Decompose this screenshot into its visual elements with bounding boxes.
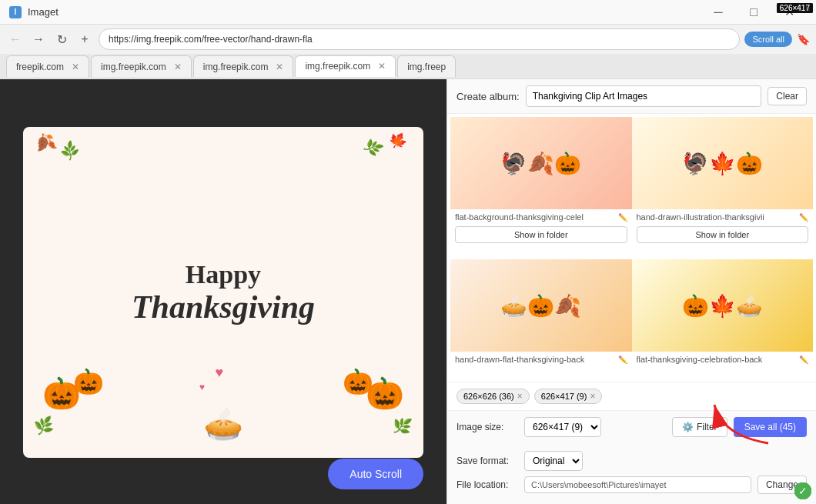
file-location-input[interactable] — [524, 476, 751, 493]
size-tag-2: 626×417 (9) × — [534, 389, 603, 404]
scroll-all-button[interactable]: Scroll all — [744, 32, 792, 47]
filter-button[interactable]: ⚙️ Filter — [672, 417, 727, 437]
image-grid: 🦃🍂🎃 626×417 ✓ flat-background-thanksgivi… — [447, 114, 816, 382]
edit-icon-4[interactable]: ✏️ — [799, 355, 808, 364]
title-bar: I Imaget ─ □ ✕ — [0, 0, 816, 25]
image-name-2: hand-drawn-illustration-thanksgivii — [637, 212, 797, 222]
nav-bar: ← → ↻ + Scroll all 🔖 — [0, 25, 816, 54]
image-thumbnail-4: 🎃🍁🥧 — [632, 259, 814, 352]
tab-freepik-4[interactable]: img.freepik.com ✕ — [295, 55, 396, 77]
image-size-row: Image size: 626×417 (9) ⚙️ Filter Save a… — [456, 417, 807, 437]
image-cell-1[interactable]: 🦃🍂🎃 626×417 ✓ flat-background-thanksgivi… — [450, 117, 632, 259]
size-tags: 626×626 (36) × 626×417 (9) × — [447, 382, 816, 410]
tab-close-icon[interactable]: ✕ — [276, 62, 283, 72]
window-title: Imaget — [28, 6, 59, 18]
image-size-label: Image size: — [456, 422, 518, 432]
tab-label: img.freepik.com — [101, 62, 166, 72]
filter-icon: ⚙️ — [682, 422, 694, 432]
tab-freepik-2[interactable]: img.freepik.com ✕ — [91, 55, 192, 77]
right-panel: Create album: Clear 🦃🍂🎃 626×417 ✓ flat-b… — [446, 79, 816, 504]
image-cell-2[interactable]: 🦃🍁🎃 626×626 ✓ hand-drawn-illustration-th… — [632, 117, 814, 259]
image-name-4: flat-thanksgiving-celebration-back — [637, 355, 797, 364]
image-size-select[interactable]: 626×417 (9) — [524, 417, 601, 437]
image-name-row-2: hand-drawn-illustration-thanksgivii ✏️ — [632, 209, 814, 225]
image-name-row-1: flat-background-thanksgiving-celel ✏️ — [450, 209, 632, 225]
minimize-button[interactable]: ─ — [701, 0, 736, 25]
image-thumbnail-1: 🦃🍂🎃 — [450, 117, 632, 209]
save-format-label: Save format: — [456, 456, 518, 466]
filter-label: Filter — [697, 422, 717, 432]
tab-freepik-5[interactable]: img.freep — [397, 55, 456, 77]
save-format-row: Save format: Original — [456, 451, 807, 471]
thanksgiving-preview: 🍂 🍁 🌿 🌿 Happy Thanksgiving 🎃 🎃 🎃 — [23, 127, 423, 458]
tab-close-icon[interactable]: ✕ — [72, 62, 79, 72]
refresh-button[interactable]: ↻ — [52, 30, 71, 48]
browser-content: 🍂 🍁 🌿 🌿 Happy Thanksgiving 🎃 🎃 🎃 — [0, 79, 446, 504]
file-location-row: File location: Change — [456, 476, 807, 494]
image-thumbnail-3: 🥧🎃🍂 — [450, 259, 632, 352]
new-tab-button[interactable]: + — [75, 30, 94, 48]
size-tag-close-1[interactable]: × — [517, 391, 523, 402]
edit-icon-3[interactable]: ✏️ — [618, 355, 627, 364]
tab-close-icon[interactable]: ✕ — [378, 61, 386, 72]
save-all-button[interactable]: Save all (45) — [734, 417, 807, 437]
tab-label: img.freepik.com — [305, 61, 370, 72]
bookmark-button[interactable]: 🔖 — [797, 33, 810, 45]
clear-button[interactable]: Clear — [768, 87, 807, 105]
tabs-bar: freepik.com ✕ img.freepik.com ✕ img.free… — [0, 54, 816, 78]
size-tag-1: 626×626 (36) × — [456, 389, 530, 404]
size-tag-label-2: 626×417 (9) — [541, 392, 587, 401]
preview-title-2: Thanksgiving — [108, 289, 339, 324]
image-thumbnail-2: 🦃🍁🎃 — [632, 117, 814, 209]
forward-button[interactable]: → — [29, 30, 48, 48]
image-name-3: hand-drawn-flat-thanksgiving-back — [455, 355, 615, 364]
show-folder-button-2[interactable]: Show in folder — [637, 226, 809, 243]
browser-chrome: ← → ↻ + Scroll all 🔖 freepik.com ✕ img.f… — [0, 25, 816, 79]
url-bar[interactable] — [99, 28, 740, 50]
back-button[interactable]: ← — [6, 30, 25, 48]
file-location-label: File location: — [456, 479, 518, 490]
main-layout: 🍂 🍁 🌿 🌿 Happy Thanksgiving 🎃 🎃 🎃 — [0, 79, 816, 504]
maximize-button[interactable]: □ — [736, 0, 771, 25]
auto-scroll-button[interactable]: Auto Scroll — [328, 459, 423, 489]
image-name-row-3: hand-drawn-flat-thanksgiving-back ✏️ — [450, 352, 632, 367]
edit-icon-2[interactable]: ✏️ — [799, 213, 808, 222]
size-tag-close-2[interactable]: × — [590, 391, 595, 402]
edit-icon-1[interactable]: ✏️ — [618, 213, 627, 222]
save-format-select[interactable]: Original — [524, 451, 583, 471]
preview-title-1: Happy — [108, 259, 339, 289]
tab-label: img.freepik.com — [203, 62, 269, 72]
page-image-area: 🍂 🍁 🌿 🌿 Happy Thanksgiving 🎃 🎃 🎃 — [0, 79, 446, 504]
image-name-row-4: flat-thanksgiving-celebration-back ✏️ — [632, 352, 814, 367]
tab-label: img.freep — [407, 62, 446, 72]
album-label: Create album: — [456, 91, 520, 102]
tab-label: freepik.com — [16, 62, 64, 72]
album-name-input[interactable] — [526, 85, 762, 107]
album-header: Create album: Clear — [447, 79, 816, 114]
image-cell-4[interactable]: 🎃🍁🥧 626×417 ✓ flat-thanksgiving-celebrat… — [632, 259, 814, 379]
show-folder-button-1[interactable]: Show in folder — [455, 226, 627, 243]
image-name-1: flat-background-thanksgiving-celel — [455, 212, 615, 222]
tab-freepik-1[interactable]: freepik.com ✕ — [6, 55, 89, 77]
app-icon: I — [9, 6, 22, 18]
bottom-controls: Image size: 626×417 (9) ⚙️ Filter Save a… — [447, 410, 816, 504]
tab-freepik-3[interactable]: img.freepik.com ✕ — [193, 55, 294, 77]
image-cell-3[interactable]: 🥧🎃🍂 626×417 ✓ hand-drawn-flat-thanksgivi… — [450, 259, 632, 379]
tab-close-icon[interactable]: ✕ — [174, 62, 182, 72]
size-tag-label-1: 626×626 (36) — [463, 392, 514, 401]
